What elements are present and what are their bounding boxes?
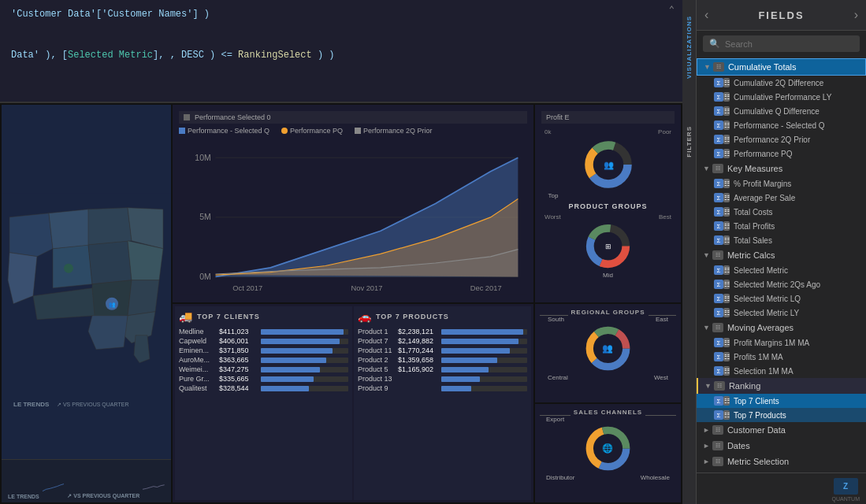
visualizations-tab[interactable]: VISUALIZATIONS <box>686 16 693 79</box>
product-groups-donut-top: 👥 <box>581 137 636 192</box>
regional-donut: 👥 <box>578 323 637 374</box>
field-label: Selected Metric 2Qs Ago <box>734 280 820 289</box>
field-label: Top 7 Products <box>734 411 786 420</box>
le-trends-label: LE TRENDS <box>8 494 39 499</box>
top-label: Top <box>548 192 558 199</box>
map-panel: 👥 LE TRENDS ↗ VS PREVIOUS QUARTER LE TRE… <box>2 105 171 502</box>
group-dates[interactable]: ► ☷ Dates <box>697 438 866 454</box>
group-label-dates: Dates <box>727 441 750 450</box>
group-customer-data[interactable]: ► ☷ Customer Data <box>697 422 866 438</box>
group-metric-selection[interactable]: ► ☷ Metric Selection <box>697 454 866 469</box>
products-row-5: Product 13 <box>358 375 527 383</box>
products-header: 🚗 TOP 7 PRODUCTS <box>358 310 527 323</box>
field-label: Top 7 Clients <box>734 397 779 406</box>
distributor-label: Distributor <box>546 474 574 481</box>
legend-item-1: Performance - Selected Q <box>179 127 269 135</box>
chevron-left-icon[interactable]: ‹ <box>704 8 708 22</box>
field-label: Selection 1M MA <box>734 367 794 376</box>
field-selection-ma[interactable]: Σ☷ Selection 1M MA <box>697 364 866 378</box>
south-label: South <box>548 316 564 323</box>
clients-row-0: Medline $411,023 <box>179 328 348 335</box>
product-groups-donut-mid: ⊞ <box>582 220 634 272</box>
svg-text:Dec 2017: Dec 2017 <box>470 284 502 291</box>
field-label: Total Sales <box>734 236 772 245</box>
group-key-measures[interactable]: ▼ ☷ Key Measures <box>697 161 866 176</box>
svg-text:Z: Z <box>843 482 848 491</box>
tables-panel: 🚚 TOP 7 CLIENTS Medline $411,023 Capweld… <box>173 304 533 502</box>
sales-donut: 🌐 <box>578 423 637 474</box>
mid-label: Mid <box>603 272 613 279</box>
field-profits-ma[interactable]: Σ☷ Profits 1M MA <box>697 350 866 364</box>
field-selected-metric[interactable]: Σ☷ Selected Metric <box>697 263 866 277</box>
field-cumulative-q-diff[interactable]: Σ☷ Cumulative Q Difference <box>697 104 866 118</box>
products-row-6: Product 9 <box>358 384 527 392</box>
expand-arrow-cumulative: ▼ <box>704 63 711 71</box>
clients-row-4: Weimei... $347,275 <box>179 365 348 373</box>
field-label: % Profit Margins <box>734 180 791 188</box>
field-total-sales[interactable]: Σ☷ Total Sales <box>697 233 866 247</box>
field-cumulative-2q-diff[interactable]: Σ☷ Cumulative 2Q Difference <box>697 76 866 90</box>
main-dashboard: ⌃ 'Customer Data'['Customer Names'] ) Da… <box>0 0 682 504</box>
export-label: Export <box>546 416 564 423</box>
field-top7-products[interactable]: Σ☷ Top 7 Products <box>697 408 866 422</box>
group-label-metric-selection: Metric Selection <box>727 457 789 466</box>
filters-tab[interactable]: FILTERS <box>686 126 693 158</box>
products-row-3: Product 2 $1,359,658 <box>358 356 527 364</box>
group-cumulative-totals[interactable]: ▼ ☷ Cumulative Totals <box>697 58 866 76</box>
east-label: East <box>656 316 668 323</box>
regional-groups-panel: REGIONAL GROUPS South East 👥 <box>535 304 681 402</box>
product-groups-title: PRODUCT GROUPS <box>568 202 647 210</box>
chevron-right-icon[interactable]: › <box>854 8 858 22</box>
field-label: Selected Metric LY <box>734 309 799 317</box>
clients-row-1: Capweld $406,001 <box>179 337 348 345</box>
products-row-1: Product 7 $2,149,882 <box>358 337 527 345</box>
group-ranking[interactable]: ▼ ☷ Ranking <box>697 378 866 394</box>
regional-groups-title: REGIONAL GROUPS <box>568 309 649 316</box>
field-performance-pq[interactable]: Σ☷ Performance PQ <box>697 146 866 161</box>
group-label-metric-calcs: Metric Calcs <box>727 250 775 260</box>
right-column: REGIONAL GROUPS South East 👥 <box>535 304 681 502</box>
field-cumulative-performance-ly[interactable]: Σ☷ Cumulative Performance LY <box>697 90 866 104</box>
field-selected-metric-ly[interactable]: Σ☷ Selected Metric LY <box>697 306 866 320</box>
field-performance-2q-prior[interactable]: Σ☷ Performance 2Q Prior <box>697 132 866 146</box>
clients-title: TOP 7 CLIENTS <box>197 313 260 321</box>
vs-prev-label: ↗ VS PREVIOUS QUARTER <box>67 493 139 499</box>
us-map-svg: 👥 LE TRENDS ↗ VS PREVIOUS QUARTER <box>2 105 171 502</box>
field-average-per-sale[interactable]: Σ☷ Average Per Sale <box>697 191 866 205</box>
search-box[interactable]: 🔍 <box>703 35 860 52</box>
field-total-costs[interactable]: Σ☷ Total Costs <box>697 205 866 219</box>
sales-channels-title: SALES CHANNELS <box>571 409 645 416</box>
field-selected-metric-lq[interactable]: Σ☷ Selected Metric LQ <box>697 291 866 306</box>
collapse-icon[interactable]: ⌃ <box>669 5 675 16</box>
field-total-profits[interactable]: Σ☷ Total Profits <box>697 219 866 233</box>
product-groups-panel: Profit E 0k Poor 👥 Top PRODUCT GR <box>535 105 681 303</box>
group-metric-calcs[interactable]: ▼ ☷ Metric Calcs <box>697 247 866 263</box>
field-label: Profits 1M MA <box>734 353 783 361</box>
products-row-2: Product 11 $1,770,244 <box>358 346 527 354</box>
svg-text:👥: 👥 <box>603 159 614 169</box>
field-label: Selected Metric <box>734 266 788 275</box>
group-moving-averages[interactable]: ▼ ☷ Moving Averages <box>697 320 866 335</box>
fields-title: FIELDS <box>758 9 804 21</box>
code-line-2: Data' ), [Selected Metric], , DESC ) <= … <box>11 47 671 65</box>
central-label: Central <box>548 374 568 381</box>
bottom-area: Z QUANTUM <box>697 472 866 504</box>
field-top7-clients[interactable]: Σ☷ Top 7 Clients <box>697 394 866 408</box>
field-profit-margins-ma[interactable]: Σ☷ Profit Margins 1M MA <box>697 335 866 350</box>
field-profit-margins[interactable]: Σ☷ % Profit Margins <box>697 176 866 191</box>
search-input[interactable] <box>725 39 853 49</box>
chart-legend: Performance - Selected Q Performance PQ … <box>179 127 527 135</box>
group-label-moving-averages: Moving Averages <box>727 323 794 332</box>
products-row-0: Product 1 $2,238,121 <box>358 328 527 335</box>
line-chart-svg: 10M 5M 0M Oct 2017 Nov <box>179 138 527 297</box>
field-performance-selected-q[interactable]: Σ☷ Performance - Selected Q <box>697 118 866 132</box>
profit-bar: Profit E <box>541 111 675 124</box>
field-label: Average Per Sale <box>734 194 795 202</box>
svg-text:LE TRENDS: LE TRENDS <box>13 400 50 407</box>
field-label: Profit Margins 1M MA <box>734 339 809 347</box>
logo-area: Z QUANTUM <box>832 476 860 502</box>
field-selected-metric-2qs[interactable]: Σ☷ Selected Metric 2Qs Ago <box>697 277 866 291</box>
field-label: Total Profits <box>734 222 775 231</box>
field-label: Cumulative Q Difference <box>734 107 820 116</box>
group-icon-cumulative: ☷ <box>713 62 724 72</box>
